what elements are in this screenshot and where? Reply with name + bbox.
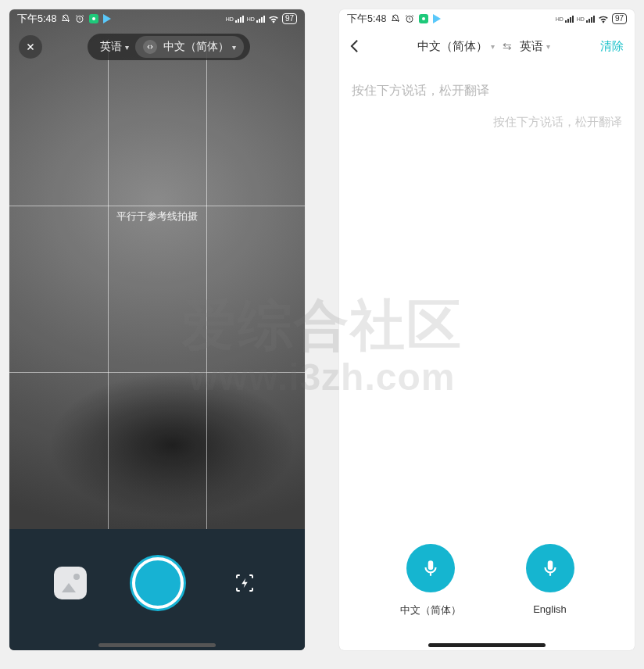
source-input-placeholder: 按住下方说话，松开翻译 (352, 83, 622, 99)
alarm-icon (405, 14, 414, 23)
home-indicator[interactable] (98, 643, 216, 647)
camera-alignment-hint: 平行于参考线拍摄 (9, 209, 305, 224)
swap-languages-icon (143, 40, 157, 54)
language-selector-pill: 英语 ▾ 中文（简体） ▾ (88, 34, 250, 60)
svg-point-2 (92, 17, 95, 20)
flash-toggle-button[interactable] (229, 567, 260, 599)
battery-indicator: 97 (612, 13, 627, 24)
chevron-down-icon: ▾ (232, 43, 236, 52)
source-language-chip[interactable]: 英语 ▾ (94, 37, 135, 57)
target-language-chip[interactable]: 中文（简体） ▾ (135, 36, 244, 58)
target-output-placeholder: 按住下方说话，松开翻译 (352, 115, 622, 130)
chevron-down-icon: ▾ (491, 42, 495, 51)
voice-bottom-bar: 中文（简体） English (339, 544, 635, 650)
status-bar: 下午5:48 HD HD (9, 9, 305, 28)
do-not-disturb-icon (391, 14, 400, 23)
battery-indicator: 97 (282, 13, 297, 24)
wifi-icon (598, 15, 609, 23)
status-time: 下午5:48 (17, 13, 56, 26)
wifi-icon (268, 15, 279, 23)
play-store-icon (433, 14, 441, 23)
target-language-label: 英语 (520, 39, 543, 54)
target-language-selector[interactable]: 英语 ▾ (520, 39, 550, 54)
target-language-label: 中文（简体） (163, 40, 229, 54)
signal-icon (565, 15, 574, 23)
clear-button[interactable]: 清除 (600, 39, 624, 54)
signal-icon (235, 15, 244, 23)
signal-icon (586, 15, 595, 23)
mic-button-source[interactable] (406, 544, 455, 592)
translation-body: 按住下方说话，松开翻译 按住下方说话，松开翻译 (339, 64, 635, 148)
voice-translate-screen: 下午5:48 HD HD (339, 9, 635, 650)
do-not-disturb-icon (61, 14, 70, 23)
mic-target-label: English (533, 603, 567, 615)
play-store-icon (103, 14, 111, 23)
chevron-down-icon: ▾ (125, 43, 129, 52)
gallery-button[interactable] (54, 567, 87, 599)
shutter-button[interactable] (132, 557, 184, 609)
svg-point-5 (422, 17, 425, 20)
voice-top-bar: 中文（简体） ▾ ⇆ 英语 ▾ 清除 (339, 28, 635, 64)
status-bar: 下午5:48 HD HD (339, 9, 635, 28)
source-language-label: 中文（简体） (417, 39, 488, 54)
camera-bottom-bar (9, 529, 305, 650)
alarm-icon (75, 14, 84, 23)
mic-source-label: 中文（简体） (400, 603, 461, 617)
source-language-selector[interactable]: 中文（简体） ▾ (417, 39, 495, 54)
chevron-down-icon: ▾ (546, 42, 550, 51)
source-language-label: 英语 (100, 40, 122, 54)
mic-button-target[interactable] (526, 544, 574, 592)
app-indicator-icon (419, 14, 428, 23)
close-button[interactable] (19, 35, 42, 59)
back-button[interactable] (350, 39, 367, 53)
camera-translate-screen: 下午5:48 HD HD (9, 9, 305, 650)
language-selector-group: 中文（简体） ▾ ⇆ 英语 ▾ (417, 39, 550, 54)
status-time: 下午5:48 (347, 13, 386, 26)
home-indicator[interactable] (428, 643, 546, 647)
app-indicator-icon (89, 14, 98, 23)
signal-icon (256, 15, 265, 23)
swap-languages-button[interactable]: ⇆ (501, 40, 513, 52)
